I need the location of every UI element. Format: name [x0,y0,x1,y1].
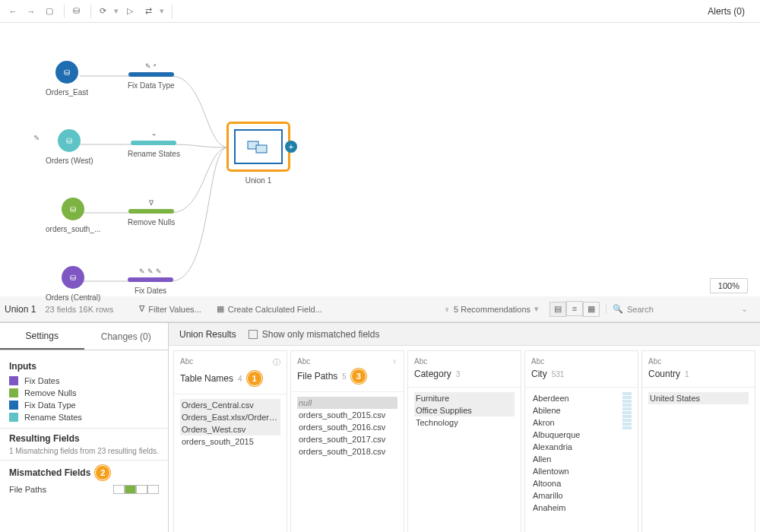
forward-icon[interactable]: → [24,5,38,18]
refresh-icon[interactable]: ⟳ [96,5,109,18]
field-value[interactable]: United States [648,392,749,404]
field-value[interactable]: orders_south_2015 [180,435,280,448]
rename-icon: ✎ [145,62,151,70]
flow-canvas[interactable]: ⛁ Orders_East ✎ ⛁ Orders (West) ⛁ orders… [0,23,760,296]
input-row[interactable]: Fix Data Type [9,399,159,411]
filter-label: Filter Values... [148,305,201,314]
union-label: Union 1 [226,176,290,185]
step-remove-nulls[interactable]: ∇ Remove Nulls [128,199,175,226]
edit-icon: ✎ [33,134,40,142]
field-value[interactable]: Office Supplies [414,404,515,416]
back-icon[interactable]: ← [6,5,20,18]
field-value[interactable]: Albuquerque [531,429,622,441]
field-value[interactable]: orders_south_2018.csv [297,445,397,458]
field-column[interactable]: Abc City531 AberdeenAbileneAkronAlbuquer… [524,350,638,532]
view-list-button[interactable]: ≡ [566,301,583,316]
step-rename-states[interactable]: ⌁ Rename States [128,131,180,158]
field-value[interactable]: Technology [414,416,515,429]
recs-label: 5 Recommendations [454,305,530,314]
info-icon[interactable]: ⓘ [273,357,280,368]
view-grid-button[interactable]: ▦ [583,302,600,317]
view-profile-button[interactable]: ▤ [549,302,566,317]
field-value[interactable]: Orders_Central.csv [180,399,280,411]
field-name-label: Category [414,369,451,379]
tab-changes[interactable]: Changes (0) [84,323,169,350]
field-value[interactable]: Aberdeen [531,392,622,404]
checkbox-icon [249,330,258,339]
mismatch-field-name[interactable]: File Paths [9,485,46,494]
collapse-icon[interactable]: ⌄ [733,304,755,314]
step-fix-data-type[interactable]: ✎ᵃ Fix Data Type [128,62,175,90]
field-name-label: Table Names [180,373,233,384]
field-value[interactable]: orders_south_2017.csv [297,433,397,445]
field-column[interactable]: Abc Category3 FurnitureOffice SuppliesTe… [407,350,521,532]
swatch-icon [9,413,18,422]
field-value[interactable]: Allen [531,453,622,465]
refresh-menu-icon[interactable]: ▾ [114,6,119,16]
input-row[interactable]: Fix Dates [9,375,159,387]
flow-options-menu-icon[interactable]: ▾ [160,6,164,16]
save-icon[interactable]: ▢ [43,5,56,18]
field-column[interactable]: Abc♀ File Paths53 nullorders_south_2015.… [290,350,404,532]
swatch-icon [9,388,18,397]
database-icon: ⛁ [62,198,84,220]
step-label: Fix Dates [128,287,173,295]
field-value[interactable]: orders_south_2016.csv [297,421,397,433]
swatch-icon [9,376,18,385]
field-column[interactable]: Abcⓘ Table Names41 Orders_Central.csvOrd… [173,350,287,532]
search-icon: 🔍 [613,304,623,314]
input-node-east[interactable]: ⛁ Orders_East [46,61,88,97]
field-column[interactable]: Abc Country1 United States [641,350,755,532]
create-calc-field-button[interactable]: ▦ Create Calculated Field... [212,304,327,314]
field-value[interactable]: Abilene [531,404,622,416]
data-icon[interactable]: ⛁ [69,5,83,18]
results-title: Union Results [179,329,236,340]
field-count: 3 [456,370,461,378]
step-label: Fix Data Type [128,81,175,90]
field-value[interactable]: Orders_West.csv [180,423,280,435]
input-row[interactable]: Rename States [9,411,159,423]
link-icon: ⌁ [152,131,156,138]
bulb-icon[interactable]: ♀ [392,357,398,366]
field-value[interactable]: Orders_East.xlsx/Orders_E... [180,411,280,423]
rename-icon: ✎ [156,268,162,275]
swatch-icon [9,401,18,410]
step-fix-dates[interactable]: ✎✎✎ Fix Dates [128,268,173,295]
flow-options-icon[interactable]: ⇄ [141,5,155,18]
field-value[interactable]: orders_south_2015.csv [297,409,397,421]
selected-step-name: Union 1 [5,304,36,315]
inputs-heading: Inputs [9,361,159,372]
run-icon[interactable]: ▷ [123,5,137,18]
input-node-south[interactable]: ⛁ orders_south_... [46,198,100,233]
input-label: Fix Data Type [24,401,76,410]
add-step-icon[interactable]: + [285,141,297,153]
show-mismatched-checkbox[interactable]: Show only mismatched fields [249,329,380,340]
input-node-west[interactable]: ✎ ⛁ Orders (West) [46,129,93,165]
field-value[interactable]: null [297,397,397,409]
field-value[interactable]: Amarillo [531,489,622,502]
profile-toolbar: Union 1 23 fields 16K rows ∇ Filter Valu… [0,296,760,322]
node-label: Orders (West) [46,157,93,165]
type-icon: ᵃ [154,62,157,70]
tab-settings[interactable]: Settings [0,323,84,350]
field-value[interactable]: Allentown [531,465,622,477]
input-row[interactable]: Remove Nulls [9,387,159,399]
field-value[interactable]: Akron [531,416,622,429]
node-label: Orders_East [46,88,88,97]
zoom-level[interactable]: 100% [710,278,748,293]
input-node-central[interactable]: ⛁ Orders (Central) [46,266,100,302]
recommendations-button[interactable]: ♀ 5 Recommendations ▾ [439,304,543,314]
field-value[interactable]: Alexandria [531,441,622,453]
field-value[interactable]: Altoona [531,477,622,489]
search-input[interactable]: 🔍 Search [606,304,727,314]
field-value[interactable]: Furniture [414,392,515,404]
step-label: Remove Nulls [128,218,175,226]
field-name-label: File Paths [297,371,337,382]
callout-1: 1 [247,371,262,386]
rename-icon: ✎ [147,268,154,275]
filter-values-button[interactable]: ∇ Filter Values... [135,304,206,314]
field-value[interactable]: Anaheim [531,502,622,514]
alerts-label[interactable]: Alerts (0) [708,6,754,17]
database-icon: ⛁ [55,61,78,84]
union-node[interactable]: + Union 1 [226,122,290,185]
